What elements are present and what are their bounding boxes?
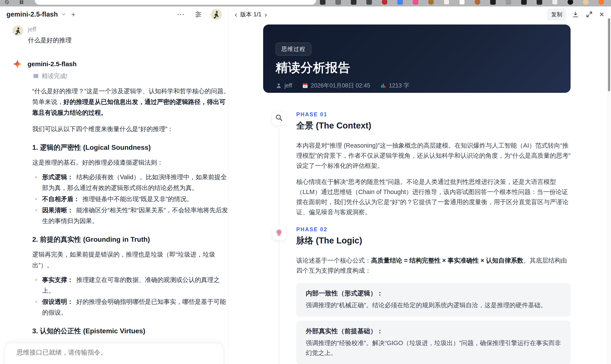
artifact-content: 思维过程 精读分析报告 jeff172026年01月08日 02:451213 … <box>229 22 607 364</box>
chevron-down-icon[interactable] <box>61 12 66 17</box>
extension-icon[interactable] <box>552 0 558 5</box>
scrollbar-track[interactable] <box>607 17 611 364</box>
card-body: 强调推理的“经验校准”。解决“GIGO（垃圾进，垃圾出）”问题，确保推理引擎运行… <box>306 338 561 358</box>
list-item: 不自相矛盾：推理链条中不能出现“既是又非”的情况。 <box>32 194 228 204</box>
extension-icon[interactable] <box>397 0 403 5</box>
phase-label: PHASE 01 <box>296 111 571 117</box>
phase-lead-text: 该论述基于一个核心公式： <box>296 257 371 264</box>
extension-icon[interactable] <box>568 0 573 5</box>
list-item: 形式逻辑：结构必须有效（Valid）。比如演绎推理中，如果前提全部为真，那么通过… <box>32 172 228 193</box>
card-body: 强调推理的“机械正确”。结论必须在给定的规则系统内逻辑自洽，这是推理的硬件基础。 <box>306 300 561 310</box>
more-options-button[interactable]: ⋯ <box>177 10 185 19</box>
address-bar[interactable] <box>35 0 316 5</box>
new-chat-button[interactable]: + <box>71 10 76 19</box>
bullet-term: 因果清晰： <box>42 207 73 214</box>
report-hero-card: 思维过程 精读分析报告 jeff172026年01月08日 02:451213 … <box>263 25 571 93</box>
bullet-desc: 推理链条中不能出现“既是又非”的情况。 <box>82 195 193 202</box>
card-title: 外部真实性（前提基础）： <box>306 327 561 335</box>
book-icon <box>33 73 39 79</box>
extension-icon[interactable] <box>459 0 465 5</box>
meta-item: 1213 字 <box>380 82 409 89</box>
assistant-message-row: gemini-2.5-flash 精读完成! “什么是好的推理？”这是一个涉及逻… <box>13 59 222 364</box>
download-icon[interactable] <box>572 11 579 18</box>
copy-button[interactable]: 复制 <box>547 9 566 20</box>
assistant-status: 精读完成! <box>33 72 222 80</box>
phase-lead: 该论述基于一个核心公式：高质量结论 = 结构完整性 × 事实准确性 × 认知自律… <box>296 256 571 276</box>
user-name: jeff <box>28 25 72 33</box>
phase-row: PHASE 02脉络 (The Logic)该论述基于一个核心公式：高质量结论 … <box>272 226 571 364</box>
phase-row: PHASE 01全景 (The Context)本内容是对“推理 (Reason… <box>272 111 571 217</box>
version-prev-button[interactable]: ‹ <box>233 10 239 19</box>
shield-block-icon[interactable] <box>4 0 10 5</box>
extension-icon[interactable] <box>444 0 449 5</box>
report-badge: 思维过程 <box>276 42 311 56</box>
meta-text: 2026年01月08日 02:45 <box>311 82 370 89</box>
section-heading: 1. 逻辑的严密性 (Logical Soundness) <box>32 143 228 152</box>
chat-header: gemini-2.5-flash + ⋯ <box>0 6 228 22</box>
bullet-term: 不自相矛盾： <box>42 195 80 202</box>
extension-icon[interactable] <box>428 0 434 5</box>
user-avatar <box>13 25 23 36</box>
section-lead: 逻辑再完美，如果前提是错误的，推理也是垃圾（即“垃圾进，垃圾出”）。 <box>32 249 228 271</box>
chat-panel: gemini-2.5-flash + ⋯ <box>0 6 228 364</box>
extension-icon[interactable] <box>506 0 511 5</box>
version-label: 版本 1/1 <box>240 11 261 18</box>
phase-paragraph: 核心情境在于解决“思考的随意性”问题。不论是人类通过批判性思维进行决策，还是大语… <box>296 177 571 217</box>
assistant-name: gemini-2.5-flash <box>27 60 77 68</box>
svg-text:17: 17 <box>304 86 306 88</box>
intro-paragraph: “什么是好的推理？”这是一个涉及逻辑学、认知科学和哲学核心的问题。简单来说，好的… <box>32 86 228 118</box>
expand-fullscreen-icon[interactable] <box>586 11 593 18</box>
logic-card: 外部真实性（前提基础）：强调推理的“经验校准”。解决“GIGO（垃圾进，垃圾出）… <box>296 321 571 364</box>
lead-paragraph: 我们可以从以下四个维度来衡量什么是“好的推理”： <box>32 124 228 134</box>
extension-icon[interactable] <box>537 0 542 5</box>
phase-title: 全景 (The Context) <box>296 120 571 131</box>
report-meta: jeff172026年01月08日 02:451213 字 <box>276 82 558 89</box>
scrollbar-thumb[interactable] <box>608 18 610 91</box>
phase-paragraph: 本内容是对“推理 (Reasoning)”这一抽象概念的高层建模。在知识爆炸与人… <box>296 141 571 171</box>
tune-settings-icon[interactable] <box>194 11 202 18</box>
magnifier-icon <box>275 114 283 123</box>
extension-icon[interactable] <box>335 0 341 5</box>
card-title: 内部一致性（形式逻辑）： <box>306 289 561 298</box>
version-next-button[interactable]: › <box>263 10 268 19</box>
section-heading: 2. 前提的真实性 (Grounding in Truth) <box>32 235 228 244</box>
extension-icon[interactable] <box>382 0 387 5</box>
extension-icon[interactable] <box>475 0 480 5</box>
model-title[interactable]: gemini-2.5-flash <box>6 11 58 18</box>
message-input[interactable] <box>16 349 188 356</box>
extension-icon[interactable] <box>490 0 496 5</box>
list-item: 假设透明：好的推理会明确指明哪些是已知事实，哪些是基于可能的假设。 <box>32 296 228 318</box>
extension-icon[interactable] <box>521 0 527 5</box>
bullet-list: 事实支撑：推理建立在可靠的数据、准确的观测或公认的真理之上。假设透明：好的推理会… <box>32 274 228 318</box>
artifact-toolbar: ‹ 版本 1/1 › 复制 × <box>229 6 611 22</box>
close-button[interactable]: × <box>599 10 604 18</box>
extension-icon[interactable] <box>413 0 418 5</box>
extension-icon[interactable] <box>583 0 589 5</box>
words-icon <box>380 82 386 89</box>
extension-icon[interactable] <box>366 0 372 5</box>
phase-timeline: PHASE 01全景 (The Context)本内容是对“推理 (Reason… <box>272 111 571 364</box>
bullet-term: 形式逻辑： <box>42 174 73 181</box>
meta-text: 1213 字 <box>389 82 409 89</box>
user-icon <box>276 82 282 89</box>
assistant-body: “什么是好的推理？”这是一个涉及逻辑学、认知科学和哲学核心的问题。简单来说，好的… <box>32 86 228 364</box>
meta-item: 172026年01月08日 02:45 <box>302 82 370 89</box>
report-title: 精读分析报告 <box>276 60 558 76</box>
gemini-logo-icon <box>13 59 22 69</box>
browser-toolbar <box>0 0 611 6</box>
phase-icon-box <box>272 111 286 126</box>
phase-body: PHASE 02脉络 (The Logic)该论述基于一个核心公式：高质量结论 … <box>296 226 571 364</box>
meta-item: jeff <box>276 82 292 89</box>
phase-label: PHASE 02 <box>296 226 571 233</box>
extension-icon[interactable] <box>351 0 357 5</box>
user-avatar[interactable] <box>211 9 222 20</box>
phase-body: PHASE 01全景 (The Context)本内容是对“推理 (Reason… <box>296 111 571 217</box>
user-message-text: 什么是好的推理 <box>28 36 72 45</box>
phase-lead-text: 高质量结论 = 结构完整性 × 事实准确性 × 认知自律系数 <box>371 257 523 264</box>
section-lead: 这是推理的基石。好的推理必须遵循逻辑法则： <box>32 157 228 168</box>
apps-grid-icon[interactable] <box>19 0 24 5</box>
user-message-row: jeff 什么是好的推理 <box>13 25 222 45</box>
extension-icon[interactable] <box>598 0 604 5</box>
answer-sections: 1. 逻辑的严密性 (Logical Soundness)这是推理的基石。好的推… <box>32 143 228 364</box>
extension-icon[interactable] <box>320 0 325 5</box>
